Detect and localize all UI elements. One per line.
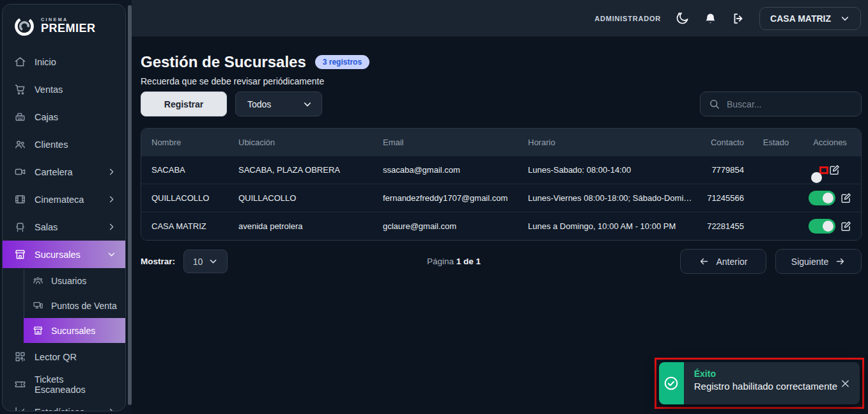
chart-line-icon xyxy=(14,406,26,411)
search-input[interactable] xyxy=(727,99,853,109)
sidebar-item-label: Estadísticas xyxy=(35,407,84,412)
red-annotation-box: Éxito Registro habilitado correctamente xyxy=(655,358,864,409)
success-toast: Éxito Registro habilitado correctamente xyxy=(659,362,860,404)
brand-name: PREMIER xyxy=(41,22,96,35)
edit-icon[interactable] xyxy=(828,164,841,176)
cell-ubicacion: avenida petrolera xyxy=(238,221,383,231)
toast-message: Registro habilitado correctamente xyxy=(694,381,837,392)
cell-nombre: SACABA xyxy=(151,165,238,175)
red-annotation-box xyxy=(819,166,828,174)
chevron-down-icon xyxy=(107,250,116,259)
sidebar-subitem-puntos-de-venta[interactable]: Puntos de Venta xyxy=(3,293,125,318)
edit-icon[interactable] xyxy=(840,220,852,232)
close-icon[interactable] xyxy=(840,378,851,389)
brand-logo-icon xyxy=(13,15,36,38)
column-header-acciones: Acciones xyxy=(808,138,852,147)
cell-email: fernandezfreddy1707@gmail.com xyxy=(383,193,528,203)
page-title: Gestión de Sucursales xyxy=(141,53,306,71)
users-group-icon xyxy=(33,275,43,286)
cell-nombre: CASA MATRIZ xyxy=(151,221,238,231)
brand-logo: CINEMA PREMIER xyxy=(3,4,125,44)
page-size-value: 10 xyxy=(193,257,203,267)
column-header-email: Email xyxy=(383,138,528,147)
branch-selector-label: CASA MATRIZ xyxy=(770,13,831,24)
film-icon xyxy=(14,193,26,205)
qr-code-icon xyxy=(14,351,26,363)
cell-contacto: 72281455 xyxy=(699,221,744,231)
notifications-bell-icon[interactable] xyxy=(704,12,717,25)
cell-contacto: 7779854 xyxy=(699,165,744,175)
sidebar-subitem-label: Usuarios xyxy=(51,276,86,286)
cell-email: gclaure@gmail.com xyxy=(383,221,528,231)
sidebar-item-sucursales[interactable]: Sucursales xyxy=(3,241,125,268)
top-header-bar: ADMINISTRADOR CASA MATRIZ xyxy=(132,0,868,36)
sidebar-subitem-sucursales[interactable]: Sucursales xyxy=(24,318,125,343)
page-subtitle: Recuerda que se debe revisar periódicame… xyxy=(141,76,868,86)
sidebar-item-cinemateca[interactable]: Cinemateca xyxy=(3,186,125,213)
cell-ubicacion: SACABA, PLAZA OBRERA xyxy=(238,165,383,175)
cell-horario: Lunes-Sabado: 08:00-14:00 xyxy=(528,165,699,175)
edit-icon[interactable] xyxy=(840,192,852,204)
pos-terminal-icon xyxy=(33,300,43,311)
chevron-right-icon xyxy=(107,222,116,232)
page-info-prefix: Página xyxy=(427,257,454,266)
sidebar-item-cajas[interactable]: Cajas xyxy=(3,103,125,131)
cell-horario: Lunes-Viernes 08:00-18:00; Sábado-Doming… xyxy=(528,193,699,203)
sidebar-card: CINEMA PREMIER Inicio Ventas xyxy=(2,4,126,411)
dark-mode-moon-icon[interactable] xyxy=(675,11,690,26)
sidebar-item-label: Cartelera xyxy=(35,167,73,177)
ticket-icon xyxy=(14,378,26,390)
chevron-right-icon xyxy=(107,407,116,411)
sidebar-item-ventas[interactable]: Ventas xyxy=(3,76,125,103)
table-row: CASA MATRIZ avenida petrolera gclaure@gm… xyxy=(141,212,861,240)
arrow-right-icon xyxy=(835,256,846,267)
page-size-select[interactable]: 10 xyxy=(183,250,228,273)
sidebar-item-label: Cajas xyxy=(35,112,58,122)
brand-name-top: CINEMA xyxy=(41,17,96,22)
chevron-right-icon xyxy=(107,167,116,177)
sidebar-item-salas[interactable]: Salas xyxy=(3,213,125,241)
sidebar-item-label: Inicio xyxy=(35,57,56,67)
people-icon xyxy=(14,138,26,150)
sidebar-item-clientes[interactable]: Clientes xyxy=(3,131,125,158)
toolbar: Registrar Todos xyxy=(141,92,862,116)
sucursales-submenu: Usuarios Puntos de Venta Sucursales xyxy=(3,268,125,343)
table-header-row: Nombre Ubicación Email Horario Contacto … xyxy=(141,129,861,155)
sidebar-item-estadisticas[interactable]: Estadísticas xyxy=(3,398,125,411)
store-icon xyxy=(14,248,26,260)
search-box xyxy=(700,92,862,116)
enable-toggle[interactable] xyxy=(809,219,835,234)
sidebar-item-lector-qr[interactable]: Lector QR xyxy=(3,343,125,370)
sidebar-item-inicio[interactable]: Inicio xyxy=(3,48,125,76)
filter-select[interactable]: Todos xyxy=(235,92,322,116)
search-icon xyxy=(708,98,720,110)
sidebar-item-cartelera[interactable]: Cartelera xyxy=(3,158,125,186)
filter-selected-value: Todos xyxy=(247,99,271,109)
home-icon xyxy=(14,56,26,68)
table-row: SACABA SACABA, PLAZA OBRERA ssacaba@gmai… xyxy=(141,155,861,184)
chevron-right-icon xyxy=(107,195,116,204)
register-button[interactable]: Registrar xyxy=(141,92,227,116)
logout-icon[interactable] xyxy=(731,12,745,26)
chevron-down-icon xyxy=(302,99,313,109)
arrow-left-icon xyxy=(699,256,709,267)
previous-page-button[interactable]: Anterior xyxy=(680,249,766,274)
column-header-nombre: Nombre xyxy=(151,138,238,147)
sidebar-item-tickets-escaneados[interactable]: Tickets Escaneados xyxy=(3,370,125,398)
next-page-button[interactable]: Siguiente xyxy=(775,249,862,274)
column-header-contacto: Contacto xyxy=(699,138,744,147)
previous-page-label: Anterior xyxy=(716,257,747,267)
pagination-bar: Mostrar: 10 Página 1 de 1 Anterior Sigui… xyxy=(141,249,862,274)
sidebar-item-label: Tickets Escaneados xyxy=(35,374,116,395)
cell-nombre: QUILLACOLLO xyxy=(151,193,238,203)
sidebar-subitem-label: Puntos de Venta xyxy=(51,301,117,311)
check-circle-icon xyxy=(663,375,679,392)
sidebar-item-label: Lector QR xyxy=(35,352,77,362)
branch-selector-button[interactable]: CASA MATRIZ xyxy=(759,7,861,30)
cell-ubicacion: QUILLACOLLO xyxy=(238,193,383,203)
sidebar-subitem-usuarios[interactable]: Usuarios xyxy=(3,268,125,293)
enable-toggle[interactable] xyxy=(809,191,835,205)
page-size-label: Mostrar: xyxy=(141,257,175,266)
column-header-estado: Estado xyxy=(744,138,808,147)
sidebar-item-label: Clientes xyxy=(35,139,68,150)
